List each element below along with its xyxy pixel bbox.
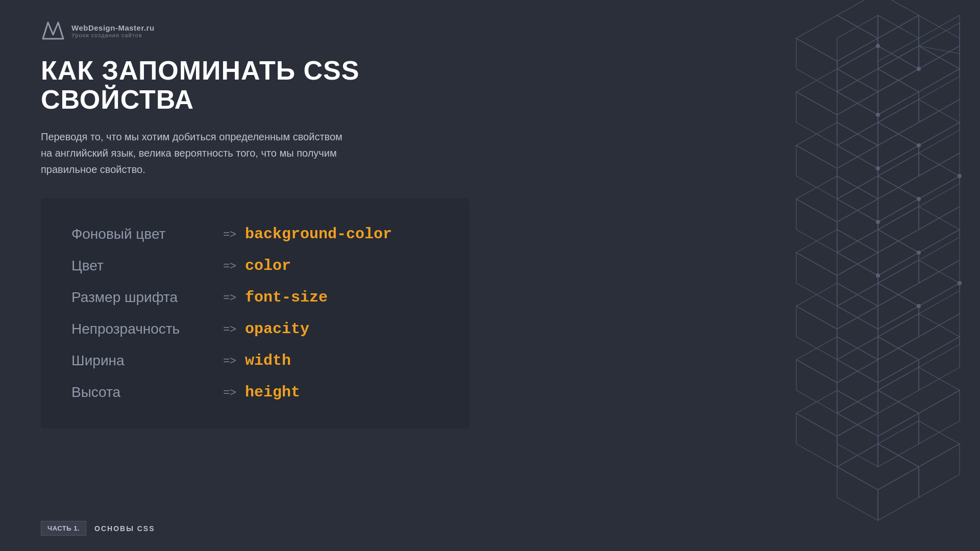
svg-marker-52 <box>878 306 919 360</box>
svg-point-91 <box>958 281 962 285</box>
arrow-3: => <box>214 291 245 304</box>
svg-marker-2 <box>837 15 878 69</box>
svg-marker-63 <box>919 337 960 390</box>
svg-marker-30 <box>796 145 837 199</box>
russian-label-2: Цвет <box>71 258 214 274</box>
svg-marker-16 <box>878 92 919 145</box>
svg-marker-45 <box>919 230 960 283</box>
table-row: Высота => height <box>71 377 439 408</box>
svg-marker-77 <box>878 467 919 520</box>
svg-marker-15 <box>837 92 878 145</box>
svg-marker-60 <box>837 360 878 413</box>
svg-marker-76 <box>837 467 878 520</box>
svg-marker-43 <box>878 253 919 306</box>
russian-label-1: Фоновый цвет <box>71 226 214 242</box>
svg-marker-73 <box>796 413 837 467</box>
arrow-1: => <box>214 228 245 241</box>
russian-label-5: Ширина <box>71 353 214 369</box>
svg-marker-33 <box>837 199 878 253</box>
russian-label-3: Размер шрифта <box>71 289 214 306</box>
svg-marker-65 <box>796 360 837 413</box>
logo-title: WebDesign-Master.ru <box>71 23 155 32</box>
arrow-2: => <box>214 259 245 272</box>
svg-marker-74 <box>837 413 878 467</box>
svg-marker-18 <box>919 69 960 122</box>
svg-marker-27 <box>919 122 960 176</box>
table-row: Размер шрифта => font-size <box>71 282 439 313</box>
svg-marker-11 <box>837 38 878 92</box>
css-value-5: width <box>245 352 291 369</box>
logo-area: WebDesign-Master.ru Уроки создания сайто… <box>41 20 470 41</box>
svg-marker-7 <box>919 15 960 69</box>
svg-marker-25 <box>878 145 919 199</box>
svg-point-83 <box>917 143 921 147</box>
arrow-5: => <box>214 354 245 367</box>
logo-icon <box>41 20 65 41</box>
svg-marker-22 <box>837 92 878 145</box>
svg-marker-71 <box>919 390 960 444</box>
css-value-1: background-color <box>245 226 392 243</box>
svg-marker-31 <box>837 145 878 199</box>
css-value-2: color <box>245 257 291 274</box>
svg-point-89 <box>917 304 921 308</box>
page-title: КАК ЗАПОМИНАТЬ CSS СВОЙСТВА <box>41 56 470 114</box>
russian-label-4: Непрозрачность <box>71 321 214 337</box>
svg-marker-4 <box>919 15 960 69</box>
css-value-3: font-size <box>245 289 328 306</box>
svg-marker-69 <box>878 413 919 467</box>
svg-point-84 <box>876 166 880 170</box>
svg-point-82 <box>876 113 880 117</box>
svg-marker-8 <box>919 23 960 54</box>
logo-subtitle: Уроки создания сайтов <box>71 32 155 38</box>
svg-point-88 <box>876 273 880 278</box>
svg-point-86 <box>876 220 880 224</box>
svg-marker-34 <box>878 199 919 253</box>
description-text: Переводя то, что мы хотим добиться опред… <box>41 129 388 178</box>
svg-marker-51 <box>837 306 878 360</box>
cubes-svg: .cube-line { stroke: #4a5468; stroke-wid… <box>735 0 980 551</box>
css-value-6: height <box>245 384 300 401</box>
svg-marker-57 <box>796 306 837 360</box>
svg-marker-13 <box>878 15 919 69</box>
table-row: Цвет => color <box>71 250 439 282</box>
svg-point-87 <box>917 251 921 255</box>
arrow-4: => <box>214 322 245 336</box>
svg-point-81 <box>917 67 921 71</box>
svg-marker-40 <box>837 199 878 253</box>
svg-marker-54 <box>919 283 960 337</box>
svg-marker-24 <box>837 145 878 199</box>
svg-marker-48 <box>796 253 837 306</box>
svg-marker-58 <box>837 306 878 360</box>
svg-marker-21 <box>796 92 837 145</box>
svg-marker-5 <box>878 38 919 92</box>
arrow-6: => <box>214 386 245 399</box>
css-value-4: opacity <box>245 320 309 338</box>
svg-marker-10 <box>796 38 837 92</box>
properties-table: Фоновый цвет => background-color Цвет =>… <box>41 198 470 429</box>
svg-marker-49 <box>837 253 878 306</box>
svg-marker-66 <box>837 360 878 413</box>
svg-marker-42 <box>837 253 878 306</box>
svg-marker-61 <box>878 360 919 413</box>
svg-marker-0 <box>43 22 63 39</box>
svg-point-80 <box>876 44 880 48</box>
logo-text: WebDesign-Master.ru Уроки создания сайто… <box>71 23 155 38</box>
main-content: WebDesign-Master.ru Уроки создания сайто… <box>0 0 510 551</box>
svg-marker-36 <box>919 176 960 230</box>
table-row: Ширина => width <box>71 345 439 377</box>
svg-marker-39 <box>796 199 837 253</box>
svg-point-90 <box>958 174 962 178</box>
decorative-cubes: .cube-line { stroke: #4a5468; stroke-wid… <box>735 0 980 551</box>
svg-marker-79 <box>919 444 960 497</box>
table-row: Непрозрачность => opacity <box>71 313 439 345</box>
svg-point-85 <box>917 197 921 201</box>
svg-marker-1 <box>878 15 919 69</box>
svg-marker-68 <box>837 413 878 467</box>
russian-label-6: Высота <box>71 384 214 400</box>
table-row: Фоновый цвет => background-color <box>71 218 439 250</box>
